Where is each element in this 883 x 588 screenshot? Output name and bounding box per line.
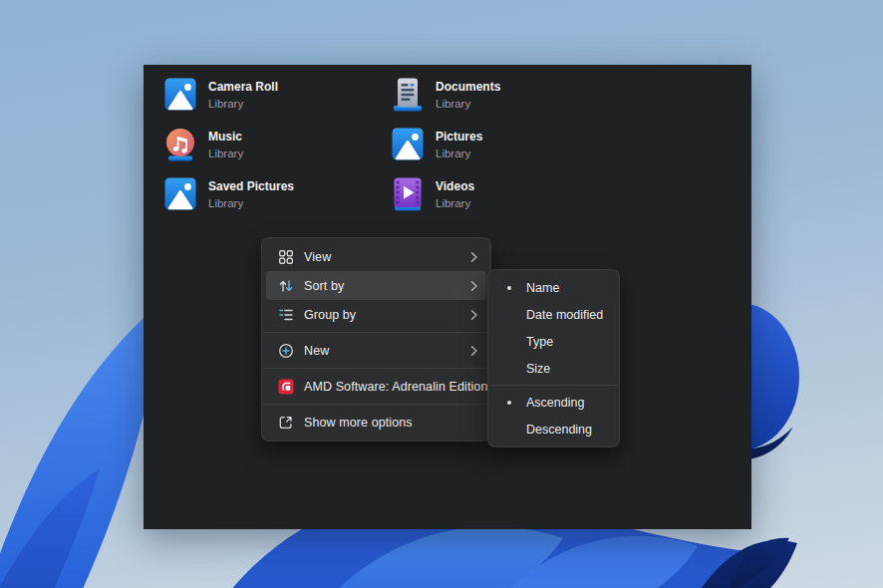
menu-item-label: AMD Software: Adrenalin Edition (304, 380, 487, 394)
submenu-item-label: Name (526, 281, 559, 295)
sort-by-submenu: Name Date modified Type Size Ascending D… (487, 269, 620, 447)
chevron-right-icon (470, 280, 478, 292)
selected-radio-dot (492, 313, 526, 317)
library-name: Pictures (436, 129, 482, 146)
view-grid-icon (278, 249, 294, 265)
submenu-item-label: Ascending (526, 396, 584, 410)
sort-arrows-icon (278, 278, 294, 294)
submenu-item-ascending[interactable]: Ascending (492, 389, 615, 416)
menu-separator (263, 368, 489, 369)
library-name: Camera Roll (208, 79, 278, 96)
chevron-right-icon (470, 251, 478, 263)
library-type: Library (208, 195, 294, 212)
submenu-item-label: Size (526, 362, 550, 376)
library-item-saved-pictures[interactable]: Saved Pictures Library (161, 175, 294, 213)
library-name: Documents (436, 79, 500, 96)
library-name: Saved Pictures (208, 178, 294, 195)
library-name: Music (208, 129, 243, 146)
library-item-pictures[interactable]: Pictures Library (389, 126, 482, 163)
context-menu: View Sort by Group by (261, 237, 491, 441)
group-list-icon (278, 307, 294, 323)
desktop: Camera Roll Library Documents Library Mu… (0, 0, 883, 588)
library-type: Library (208, 96, 278, 113)
library-type: Library (208, 146, 243, 162)
chevron-right-icon (470, 309, 478, 321)
submenu-item-date-modified[interactable]: Date modified (492, 301, 615, 328)
menu-item-new[interactable]: New (266, 336, 486, 365)
menu-item-view[interactable]: View (266, 242, 486, 271)
pictures-library-icon (161, 175, 199, 213)
show-more-options-icon (278, 415, 294, 431)
menu-item-label: Show more options (304, 416, 478, 430)
selected-radio-dot (492, 367, 526, 371)
library-item-camera-roll[interactable]: Camera Roll Library (161, 76, 278, 114)
submenu-item-size[interactable]: Size (492, 355, 615, 382)
submenu-item-label: Date modified (526, 308, 603, 322)
videos-library-icon (389, 175, 427, 213)
music-library-icon (161, 126, 199, 163)
menu-item-label: New (304, 344, 462, 358)
menu-item-label: Group by (304, 308, 462, 322)
library-item-documents[interactable]: Documents Library (389, 76, 500, 114)
selected-radio-dot (492, 340, 526, 344)
library-type: Library (436, 195, 474, 212)
menu-separator (263, 332, 489, 333)
selected-radio-dot (492, 428, 526, 432)
library-name: Videos (436, 178, 474, 195)
menu-item-show-more-options[interactable]: Show more options (266, 408, 486, 437)
menu-item-group-by[interactable]: Group by (266, 300, 486, 329)
menu-separator (489, 385, 618, 386)
menu-separator (263, 404, 489, 405)
pictures-library-icon (389, 126, 427, 163)
library-item-music[interactable]: Music Library (161, 126, 243, 163)
submenu-item-name[interactable]: Name (492, 274, 615, 301)
submenu-item-type[interactable]: Type (492, 328, 615, 355)
menu-item-label: View (304, 250, 462, 264)
selected-radio-dot (492, 401, 526, 405)
chevron-right-icon (470, 345, 478, 357)
menu-item-amd-software[interactable]: AMD Software: Adrenalin Edition (266, 372, 486, 401)
pictures-library-icon (161, 76, 199, 114)
menu-item-label: Sort by (304, 279, 462, 293)
menu-item-sort-by[interactable]: Sort by (266, 271, 486, 300)
submenu-item-label: Type (526, 335, 553, 349)
documents-library-icon (389, 76, 427, 114)
submenu-item-label: Descending (526, 423, 592, 437)
amd-logo-icon (278, 379, 294, 395)
selected-radio-dot (492, 286, 526, 290)
library-item-videos[interactable]: Videos Library (389, 175, 474, 213)
library-type: Library (436, 96, 500, 113)
new-item-icon (278, 343, 294, 359)
submenu-item-descending[interactable]: Descending (492, 416, 615, 442)
library-type: Library (436, 146, 482, 162)
